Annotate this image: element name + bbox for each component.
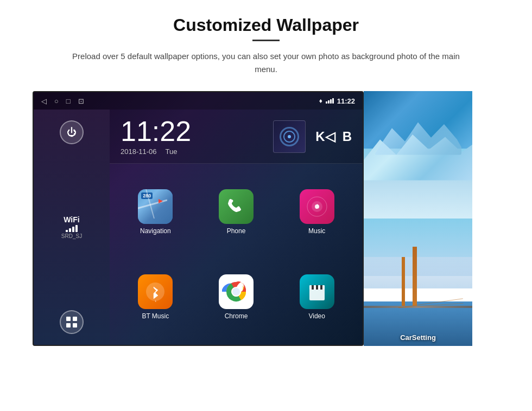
music-icon: ♪ (300, 189, 334, 224)
svg-rect-2 (66, 323, 71, 327)
home-icon[interactable]: ○ (54, 97, 59, 105)
glacier-bg (364, 91, 472, 219)
phone-svg (226, 197, 246, 216)
svg-rect-20 (320, 285, 322, 290)
page-description: Preload over 5 default wallpaper options… (71, 50, 461, 76)
b-icon: B (343, 129, 352, 144)
music-svg: ♪ (307, 196, 327, 217)
center-content: 11:22 2018-11-06 Tue (110, 110, 363, 345)
svg-rect-18 (312, 285, 314, 290)
phone-label: Phone (227, 227, 246, 235)
chrome-icon (219, 274, 254, 309)
navigation-label: Navigation (140, 227, 171, 235)
radio-signal-icon (280, 127, 299, 146)
svg-rect-1 (73, 317, 77, 321)
app-music[interactable]: ♪ Music (276, 169, 357, 254)
wifi-bars (66, 225, 78, 232)
clock-area: 11:22 2018-11-06 Tue (110, 110, 363, 164)
chrome-svg (222, 278, 250, 306)
recent-icon[interactable]: □ (66, 97, 71, 105)
main-area: ⏻ WiFi SRD_SJ (34, 110, 363, 345)
radio-widget[interactable] (273, 120, 306, 153)
status-bar: ◁ ○ □ ⊡ ♦ 11:22 (34, 92, 363, 110)
svg-rect-16 (309, 288, 325, 300)
clock-date-value: 2018-11-06 (121, 147, 157, 156)
page-title: Customized Wallpaper (173, 15, 359, 35)
video-label: Video (308, 312, 325, 320)
screenshot-icon[interactable]: ⊡ (78, 97, 84, 105)
app-grid: 280 Navigation (110, 164, 363, 345)
clock-display: 11:22 2018-11-06 Tue (121, 117, 191, 156)
svg-text:♪: ♪ (315, 201, 319, 210)
wifi-widget: WiFi SRD_SJ (61, 215, 82, 239)
title-divider (252, 40, 280, 41)
widget-icons: K◁ B (273, 120, 352, 153)
app-chrome[interactable]: Chrome (196, 254, 277, 339)
clock-day: Tue (166, 147, 178, 156)
svg-rect-0 (66, 317, 71, 321)
bridge-fog (364, 257, 472, 289)
device-area: ◁ ○ □ ⊡ ♦ 11:22 (33, 91, 499, 346)
grid-icon (66, 316, 78, 328)
svg-rect-3 (73, 323, 77, 327)
video-svg (306, 281, 328, 303)
app-bt-music[interactable]: ♪ BT Music (115, 254, 196, 339)
app-navigation[interactable]: 280 Navigation (115, 169, 196, 254)
carsetting-label: CarSetting (364, 333, 472, 342)
status-time: 11:22 (337, 97, 355, 105)
bt-music-icon: ♪ (138, 274, 173, 309)
back-icon[interactable]: ◁ (41, 97, 47, 105)
wifi-ssid: SRD_SJ (61, 233, 82, 239)
app-phone[interactable]: Phone (196, 169, 277, 254)
android-screen: ◁ ○ □ ⊡ ♦ 11:22 (33, 91, 364, 346)
wallpaper-thumbnails: CarSetting (364, 91, 472, 346)
power-button[interactable]: ⏻ (60, 120, 84, 144)
phone-icon (219, 189, 254, 224)
clock-date: 2018-11-06 Tue (121, 147, 177, 156)
status-bar-left: ◁ ○ □ ⊡ (41, 97, 84, 105)
sidebar-top: ⏻ (60, 120, 84, 144)
location-icon: ♦ (319, 97, 322, 105)
svg-text:♪: ♪ (154, 299, 157, 302)
music-label: Music (308, 227, 325, 235)
svg-point-15 (232, 288, 240, 296)
wallpaper-glacier[interactable] (364, 91, 472, 219)
bridge-main-tower (413, 247, 417, 308)
radio-dot (288, 135, 291, 138)
svg-rect-19 (316, 285, 318, 290)
wifi-label: WiFi (64, 215, 79, 224)
apps-button[interactable] (60, 310, 84, 334)
ki-icon: K◁ (315, 129, 334, 144)
signal-icon (326, 98, 334, 104)
device-sidebar: ⏻ WiFi SRD_SJ (34, 110, 110, 345)
wallpaper-bridge[interactable]: CarSetting (364, 219, 472, 346)
svg-line-4 (138, 200, 167, 208)
navigation-icon: 280 (138, 189, 173, 224)
status-bar-right: ♦ 11:22 (319, 97, 355, 105)
nav-map-bg: 280 (138, 189, 173, 224)
video-icon (300, 274, 334, 309)
bridge-bg (364, 219, 472, 346)
page-container: Customized Wallpaper Preload over 5 defa… (0, 0, 532, 411)
clock-time: 11:22 (121, 117, 191, 145)
bt-music-label: BT Music (142, 312, 169, 320)
bridge-tower-2 (402, 257, 405, 308)
bt-svg: ♪ (145, 281, 166, 302)
chrome-label: Chrome (225, 312, 248, 320)
app-video[interactable]: Video (276, 254, 357, 339)
